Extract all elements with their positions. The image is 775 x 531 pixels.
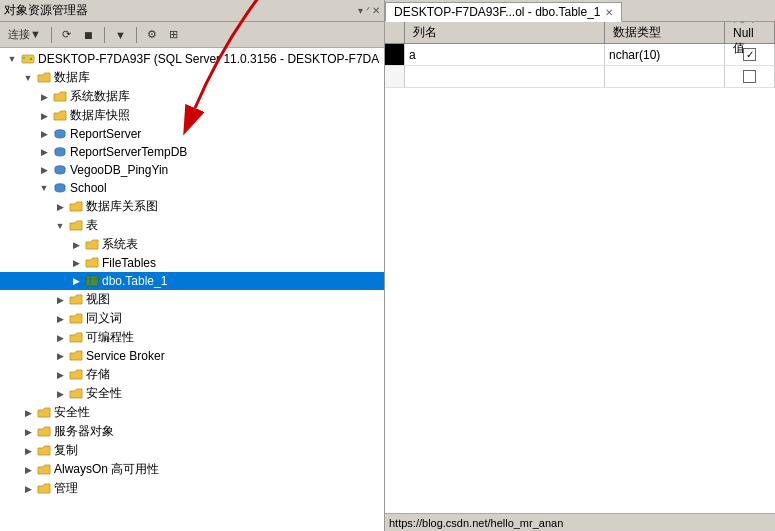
system-tables-label: 系统表 [100, 236, 138, 253]
column-headers: 列名 数据类型 允许 Null 值 [385, 22, 775, 44]
folder-db-diagram-icon [68, 199, 84, 215]
expander-security[interactable] [20, 405, 36, 421]
nullable-checkbox-1[interactable] [743, 48, 756, 61]
replication-label: 复制 [52, 442, 78, 459]
folder-filetables-icon [84, 255, 100, 271]
expander-views[interactable] [52, 292, 68, 308]
reportserver-label: ReportServer [68, 127, 141, 141]
cell-type-1[interactable]: nchar(10) [605, 44, 725, 65]
expander-security-db[interactable] [52, 386, 68, 402]
expander-school[interactable] [36, 180, 52, 196]
cell-name-1[interactable]: a [405, 44, 605, 65]
db-vegoodb-icon [52, 162, 68, 178]
stop-button[interactable]: ⏹ [79, 27, 98, 43]
settings-button[interactable]: ⚙ [143, 26, 161, 43]
expander-dbo-table1[interactable] [68, 273, 84, 289]
tree-item-server[interactable]: DESKTOP-F7DA93F (SQL Server 11.0.3156 - … [0, 50, 384, 68]
table-row[interactable] [385, 66, 775, 88]
expander-management[interactable] [20, 481, 36, 497]
tree-item-service-broker[interactable]: Service Broker [0, 347, 384, 365]
tab-table1[interactable]: DESKTOP-F7DA93F...ol - dbo.Table_1 ✕ [385, 2, 622, 22]
folder-tables-icon [68, 218, 84, 234]
expander-reportserver[interactable] [36, 126, 52, 142]
folder-system-db-icon [52, 89, 68, 105]
tree-item-management[interactable]: 管理 [0, 479, 384, 498]
filter-button[interactable]: ▼ [111, 27, 130, 43]
tree-item-storage[interactable]: 存储 [0, 365, 384, 384]
expander-vegoodb[interactable] [36, 162, 52, 178]
tree-item-filetables[interactable]: FileTables [0, 254, 384, 272]
tree-item-system-tables[interactable]: 系统表 [0, 235, 384, 254]
tab-bar: DESKTOP-F7DA93F...ol - dbo.Table_1 ✕ [385, 0, 775, 22]
tree-item-security[interactable]: 安全性 [0, 403, 384, 422]
folder-management-icon [36, 481, 52, 497]
folder-replication-icon [36, 443, 52, 459]
extra-button[interactable]: ⊞ [165, 26, 182, 43]
cell-null-2[interactable] [725, 66, 775, 87]
folder-alwayson-icon [36, 462, 52, 478]
tree-item-server-objects[interactable]: 服务器对象 [0, 422, 384, 441]
expander-server[interactable] [4, 51, 20, 67]
nullable-checkbox-2[interactable] [743, 70, 756, 83]
expander-filetables[interactable] [68, 255, 84, 271]
connect-button[interactable]: 连接▼ [4, 25, 45, 44]
expander-system-db[interactable] [36, 89, 52, 105]
tab-label: DESKTOP-F7DA93F...ol - dbo.Table_1 [394, 5, 601, 19]
pin-icon[interactable]: ▾ ᐟ [358, 5, 370, 16]
expander-tables[interactable] [52, 218, 68, 234]
tree-item-synonyms[interactable]: 同义词 [0, 309, 384, 328]
filetables-label: FileTables [100, 256, 156, 270]
tree-item-dbo-table1[interactable]: dbo.Table_1 [0, 272, 384, 290]
separator-2 [104, 27, 105, 43]
expander-db-snapshot[interactable] [36, 108, 52, 124]
expander-db-diagram[interactable] [52, 199, 68, 215]
tree-item-vegoodb[interactable]: VegooDB_PingYin [0, 161, 384, 179]
expander-server-objects[interactable] [20, 424, 36, 440]
tree-container: DESKTOP-F7DA93F (SQL Server 11.0.3156 - … [0, 48, 384, 531]
dbo-table1-label: dbo.Table_1 [100, 274, 167, 288]
programmability-label: 可编程性 [84, 329, 134, 346]
vegoodb-label: VegooDB_PingYin [68, 163, 168, 177]
tree-item-alwayson[interactable]: AlwaysOn 高可用性 [0, 460, 384, 479]
tree-item-tables[interactable]: 表 [0, 216, 384, 235]
tree-item-system-db[interactable]: 系统数据库 [0, 87, 384, 106]
expander-programmability[interactable] [52, 330, 68, 346]
svg-rect-7 [86, 276, 98, 286]
expander-replication[interactable] [20, 443, 36, 459]
tree-item-security-db[interactable]: 安全性 [0, 384, 384, 403]
tree-item-school[interactable]: School [0, 179, 384, 197]
tree-item-reportservertempdb[interactable]: ReportServerTempDB [0, 143, 384, 161]
school-label: School [68, 181, 107, 195]
tree-item-views[interactable]: 视图 [0, 290, 384, 309]
tree-item-db-snapshot[interactable]: 数据库快照 [0, 106, 384, 125]
expander-storage[interactable] [52, 367, 68, 383]
row-arrow-icon: ▶ [390, 48, 399, 62]
expander-databases[interactable] [20, 70, 36, 86]
folder-databases-icon [36, 70, 52, 86]
tree-item-reportserver[interactable]: ReportServer [0, 125, 384, 143]
row-indicator-1: ▶ [385, 44, 405, 65]
expander-service-broker[interactable] [52, 348, 68, 364]
col-header-type: 数据类型 [605, 22, 725, 43]
folder-views-icon [68, 292, 84, 308]
close-panel-icon[interactable]: ✕ [372, 5, 380, 16]
table-row[interactable]: ▶ a nchar(10) [385, 44, 775, 66]
cell-null-1[interactable] [725, 44, 775, 65]
tree-item-db-diagram[interactable]: 数据库关系图 [0, 197, 384, 216]
tree-item-databases[interactable]: 数据库 [0, 68, 384, 87]
cell-type-2[interactable] [605, 66, 725, 87]
cell-type-value-1: nchar(10) [609, 48, 660, 62]
expander-reportservertempdb[interactable] [36, 144, 52, 160]
cell-name-2[interactable] [405, 66, 605, 87]
tab-close-button[interactable]: ✕ [605, 7, 613, 18]
refresh-button[interactable]: ⟳ [58, 26, 75, 43]
data-rows: ▶ a nchar(10) [385, 44, 775, 88]
tree-item-replication[interactable]: 复制 [0, 441, 384, 460]
expander-alwayson[interactable] [20, 462, 36, 478]
table-designer: 列名 数据类型 允许 Null 值 ▶ a [385, 22, 775, 268]
tables-label: 表 [84, 217, 98, 234]
svg-point-2 [30, 58, 32, 60]
expander-synonyms[interactable] [52, 311, 68, 327]
tree-item-programmability[interactable]: 可编程性 [0, 328, 384, 347]
expander-system-tables[interactable] [68, 237, 84, 253]
